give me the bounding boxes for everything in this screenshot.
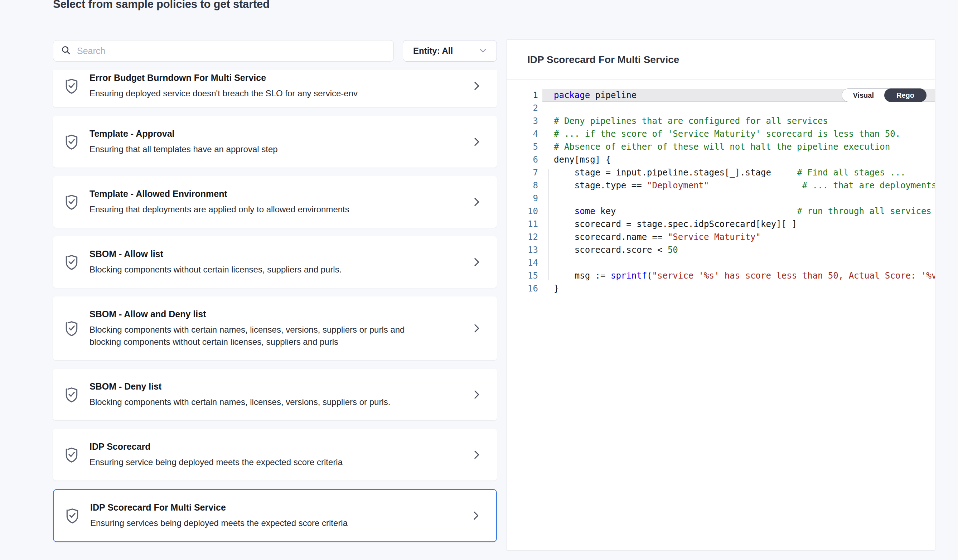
policy-card[interactable]: Template - Allowed Environment Ensuring … <box>53 176 497 228</box>
line-number: 15 <box>507 269 542 282</box>
policy-card[interactable]: Template - Approval Ensuring that all te… <box>53 116 497 168</box>
code-line: 6 deny[msg] { <box>507 153 935 166</box>
search-input[interactable] <box>77 46 386 56</box>
chevron-down-icon <box>478 46 488 57</box>
policy-title: SBOM - Allow and Deny list <box>89 309 419 319</box>
line-number: 14 <box>507 256 542 269</box>
code-line: 7 stage = input.pipeline.stages[_].stage… <box>507 166 935 179</box>
line-content: # ... if the score of 'Service Maturity'… <box>542 127 935 140</box>
code-lines: 1 package pipeline 2 3 # Deny pipelines … <box>507 89 935 295</box>
code-line: 11 scorecard = stage.spec.idpScorecard[k… <box>507 218 935 231</box>
line-number: 4 <box>507 127 542 140</box>
policy-card-text: Template - Allowed Environment Ensuring … <box>89 188 349 216</box>
line-number: 5 <box>507 140 542 153</box>
chevron-right-icon <box>470 80 482 92</box>
line-content: stage = input.pipeline.stages[_].stage #… <box>542 166 935 179</box>
chevron-right-icon <box>470 196 482 208</box>
policy-title: Template - Allowed Environment <box>89 188 349 199</box>
page-title: Select from sample policies to get start… <box>53 0 270 11</box>
shield-check-icon <box>65 507 80 524</box>
line-number: 13 <box>507 243 542 256</box>
chevron-right-icon <box>470 389 482 401</box>
line-number: 3 <box>507 114 542 127</box>
entity-filter-label: Entity: All <box>413 46 453 56</box>
policy-title: IDP Scorecard <box>89 441 343 452</box>
line-content: # Deny pipelines that are configured for… <box>542 114 935 127</box>
code-line: 5 # Absence of either of these will not … <box>507 140 935 153</box>
policy-description: Ensuring deployed service doesn't breach… <box>89 87 358 100</box>
line-number: 12 <box>507 231 542 243</box>
line-number: 16 <box>507 282 542 295</box>
shield-check-icon <box>64 320 79 337</box>
code-line: 10 some key # run through all services <box>507 205 935 218</box>
search-icon <box>60 45 71 57</box>
code-editor[interactable]: Visual Rego 1 package pipeline 2 3 # Den… <box>507 80 935 550</box>
line-content: stage.type == "Deployment" # ... that ar… <box>542 179 935 192</box>
line-content: scorecard.score < 50 <box>542 243 935 256</box>
line-content: # Absence of either of these will not ha… <box>542 140 935 153</box>
code-line: 13 scorecard.score < 50 <box>507 243 935 256</box>
policy-description: Blocking components with certain names, … <box>89 324 419 348</box>
code-line: 8 stage.type == "Deployment" # ... that … <box>507 179 935 192</box>
line-content: msg := sprintf("service '%s' has score l… <box>542 269 935 282</box>
policy-description: Ensuring that deployments are applied on… <box>89 203 349 216</box>
policy-description: Ensuring services being deployed meets t… <box>90 517 347 529</box>
policy-card[interactable]: SBOM - Allow and Deny list Blocking comp… <box>53 297 497 360</box>
toggle-rego-button[interactable]: Rego <box>884 89 926 102</box>
toggle-visual-button[interactable]: Visual <box>842 89 885 102</box>
policy-description: Blocking components with certain names, … <box>89 396 390 408</box>
line-number: 8 <box>507 179 542 192</box>
panel-header: IDP Scorecard For Multi Service <box>507 40 935 80</box>
policy-description: Ensuring service being deployed meets th… <box>89 456 343 468</box>
line-content: scorecard.name == "Service Maturity" <box>542 231 935 243</box>
line-number: 1 <box>507 89 542 102</box>
line-content: } <box>542 282 935 295</box>
policy-card-text: SBOM - Allow list Blocking components wi… <box>89 249 341 276</box>
chevron-right-icon <box>470 136 482 148</box>
policy-card[interactable]: SBOM - Deny list Blocking components wit… <box>53 369 497 420</box>
panel-title: IDP Scorecard For Multi Service <box>527 54 679 65</box>
line-content: deny[msg] { <box>542 153 935 166</box>
policy-card[interactable]: IDP Scorecard For Multi Service Ensuring… <box>53 489 497 542</box>
code-line: 16 } <box>507 282 935 295</box>
line-content <box>542 192 935 205</box>
line-content: scorecard = stage.spec.idpScorecard[key]… <box>542 218 935 231</box>
policy-card-text: IDP Scorecard For Multi Service Ensuring… <box>90 502 347 529</box>
code-line: 15 msg := sprintf("service '%s' has scor… <box>507 269 935 282</box>
policy-title: SBOM - Allow list <box>89 249 341 259</box>
shield-check-icon <box>64 386 79 403</box>
code-line: 3 # Deny pipelines that are configured f… <box>507 114 935 127</box>
policy-title: Error Budget Burndown For Multi Service <box>89 72 358 83</box>
shield-check-icon <box>64 446 79 463</box>
search-box <box>53 40 394 62</box>
line-number: 10 <box>507 205 542 218</box>
chevron-right-icon <box>470 509 482 522</box>
code-line: 4 # ... if the score of 'Service Maturit… <box>507 127 935 140</box>
entity-filter-dropdown[interactable]: Entity: All <box>403 40 497 62</box>
page: Select from sample policies to get start… <box>0 0 958 560</box>
line-number: 6 <box>507 153 542 166</box>
policy-card-text: SBOM - Deny list Blocking components wit… <box>89 381 390 408</box>
line-number: 11 <box>507 218 542 231</box>
line-number: 7 <box>507 166 542 179</box>
code-line: 12 scorecard.name == "Service Maturity" <box>507 231 935 243</box>
policy-card[interactable]: Error Budget Burndown For Multi Service … <box>53 70 497 108</box>
line-number: 9 <box>507 192 542 205</box>
code-line: 9 <box>507 192 935 205</box>
policy-title: IDP Scorecard For Multi Service <box>90 502 347 513</box>
line-number: 2 <box>507 102 542 114</box>
shield-check-icon <box>64 194 79 211</box>
chevron-right-icon <box>470 322 482 335</box>
policy-title: SBOM - Deny list <box>89 381 390 392</box>
policy-card-text: Template - Approval Ensuring that all te… <box>89 128 278 155</box>
policy-card-text: Error Budget Burndown For Multi Service … <box>89 72 358 100</box>
policy-description: Ensuring that all templates have an appr… <box>89 143 278 155</box>
shield-check-icon <box>64 77 79 95</box>
list-controls: Entity: All <box>53 40 497 62</box>
policy-card[interactable]: IDP Scorecard Ensuring service being dep… <box>53 429 497 481</box>
view-toggle: Visual Rego <box>842 89 926 102</box>
policy-card[interactable]: SBOM - Allow list Blocking components wi… <box>53 236 497 288</box>
policy-description: Blocking components without certain lice… <box>89 263 341 276</box>
indent-guide <box>549 169 549 280</box>
chevron-right-icon <box>470 449 482 461</box>
